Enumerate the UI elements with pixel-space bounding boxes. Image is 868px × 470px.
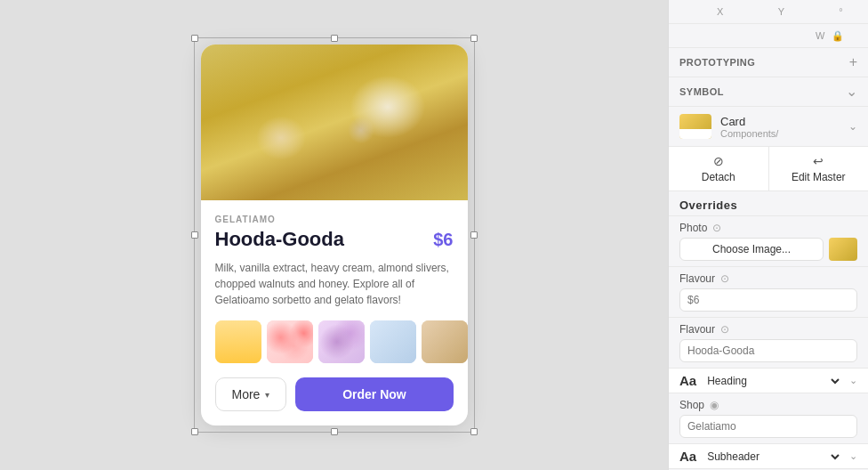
- symbol-expand-icon[interactable]: ⌄: [848, 120, 857, 133]
- choose-image-button[interactable]: Choose Image...: [679, 238, 824, 261]
- flavour-price-link-icon: ⊙: [720, 272, 729, 285]
- x-label: X: [717, 6, 729, 17]
- detach-icon: ⊘: [713, 154, 724, 168]
- choose-image-label: Choose Image...: [712, 243, 791, 255]
- angle-input[interactable]: 0: [801, 5, 835, 18]
- photo-override-section: Photo ⊙ Choose Image...: [669, 216, 868, 267]
- thumbnail-5[interactable]: [422, 320, 468, 363]
- heading-chevron-icon: ⌄: [849, 375, 857, 386]
- thumbnail-4[interactable]: [370, 320, 416, 363]
- handle-top-left[interactable]: [191, 35, 198, 42]
- thumb-inner-2: [267, 320, 313, 363]
- thumb-inner-3: [318, 320, 365, 363]
- photo-link-icon: ⊙: [712, 222, 721, 234]
- x-input[interactable]: 0: [679, 5, 713, 18]
- height-input[interactable]: 486: [848, 29, 868, 42]
- lock-icon[interactable]: 🔒: [832, 30, 844, 42]
- width-label: W: [816, 30, 828, 41]
- y-label: Y: [778, 6, 791, 17]
- flavour-name-label-row: Flavour ⊙: [679, 323, 857, 336]
- detach-button[interactable]: ⊘ Detach: [669, 147, 769, 190]
- heading-style-select[interactable]: Heading: [703, 374, 842, 388]
- symbol-chevron-icon[interactable]: ⌄: [846, 85, 857, 99]
- flavour-name-input[interactable]: [679, 339, 857, 362]
- handle-top-mid[interactable]: [331, 35, 338, 42]
- overrides-header: Overrides: [669, 191, 868, 216]
- heading-style-row: Aa Heading ⌄: [669, 369, 868, 393]
- handle-right-mid[interactable]: [470, 231, 478, 239]
- symbol-path: Components/: [720, 128, 840, 139]
- coordinates-row: 0 X 0 Y 0 °: [669, 0, 868, 24]
- shop-override-section: Shop ◉: [669, 393, 868, 444]
- shop-input[interactable]: [679, 415, 857, 438]
- handle-bottom-right[interactable]: [470, 428, 478, 435]
- flavour-name-link-icon: ⊙: [720, 323, 729, 336]
- prototyping-section: PROTOTYPING +: [669, 48, 868, 77]
- shop-label-row: Shop ◉: [679, 399, 857, 411]
- x-group: 0 X: [679, 5, 735, 18]
- edit-master-icon: ↩: [813, 154, 824, 168]
- thumbnail-2[interactable]: [267, 320, 313, 363]
- flavour-price-label-row: Flavour ⊙: [679, 272, 857, 285]
- edit-master-label: Edit Master: [792, 171, 846, 183]
- card-image-bg: [201, 45, 468, 200]
- thumbnail-3[interactable]: [318, 320, 365, 363]
- photo-label-row: Photo ⊙: [679, 222, 857, 234]
- angle-group: 0 °: [801, 5, 857, 18]
- symbol-row[interactable]: Card Components/ ⌄: [669, 107, 868, 147]
- handle-bottom-mid[interactable]: [331, 428, 338, 435]
- subheader-style-select[interactable]: Subheader: [703, 450, 842, 464]
- shop-label: Shop: [679, 399, 704, 411]
- height-group: 486 H: [848, 29, 868, 42]
- overrides-label: Overrides: [679, 199, 737, 212]
- thumbnail-1[interactable]: [215, 320, 261, 363]
- symbol-section-header: SYMBOL ⌄: [669, 77, 868, 107]
- symbol-info: Card Components/: [720, 115, 840, 139]
- edit-master-button[interactable]: ↩ Edit Master: [769, 147, 869, 190]
- width-group: 380 W: [679, 29, 828, 42]
- photo-override-label: Photo: [679, 222, 707, 234]
- subheader-chevron-icon: ⌄: [849, 450, 857, 462]
- card-wrapper: GELATIAMO Hooda-Gooda $6 Milk, vanilla e…: [201, 45, 468, 425]
- symbol-name: Card: [720, 115, 840, 128]
- handle-top-right[interactable]: [470, 35, 478, 42]
- flavour-name-override-section: Flavour ⊙: [669, 318, 868, 369]
- thumb-inner-5: [422, 320, 468, 363]
- symbol-label: SYMBOL: [679, 86, 724, 97]
- flavour-price-override-section: Flavour ⊙: [669, 267, 868, 318]
- thumb-inner-1: [215, 320, 261, 363]
- flavour-name-label: Flavour: [679, 323, 715, 336]
- symbol-thumbnail: [679, 114, 711, 139]
- heading-aa-icon: Aa: [679, 373, 696, 388]
- image-thumb-preview: [829, 238, 857, 261]
- handle-left-mid[interactable]: [191, 231, 198, 239]
- handle-bottom-left[interactable]: [191, 428, 198, 435]
- thumb-inner-4: [370, 320, 416, 363]
- symbol-buttons: ⊘ Detach ↩ Edit Master: [669, 147, 868, 191]
- detach-label: Detach: [702, 171, 735, 183]
- right-panel: 0 X 0 Y 0 ° 380 W 🔒 486 H ⇆ ⇅ PROTOTYPIN…: [668, 0, 868, 470]
- y-group: 0 Y: [741, 5, 797, 18]
- flavour-price-input[interactable]: [679, 288, 857, 312]
- dimensions-row: 380 W 🔒 486 H ⇆ ⇅: [669, 24, 868, 48]
- subheader-aa-icon: Aa: [679, 449, 696, 464]
- photo-image-row: Choose Image...: [679, 238, 857, 261]
- prototyping-label: PROTOTYPING: [679, 57, 755, 68]
- shop-link-icon: ◉: [710, 399, 719, 411]
- width-input[interactable]: 380: [679, 29, 813, 42]
- angle-label: °: [839, 6, 851, 17]
- prototyping-add-icon[interactable]: +: [849, 55, 857, 69]
- flavour-price-label: Flavour: [679, 272, 715, 285]
- canvas: GELATIAMO Hooda-Gooda $6 Milk, vanilla e…: [0, 0, 668, 470]
- y-input[interactable]: 0: [741, 5, 775, 18]
- subheader-style-row: Aa Subheader ⌄: [669, 444, 868, 469]
- card-image: [201, 45, 468, 200]
